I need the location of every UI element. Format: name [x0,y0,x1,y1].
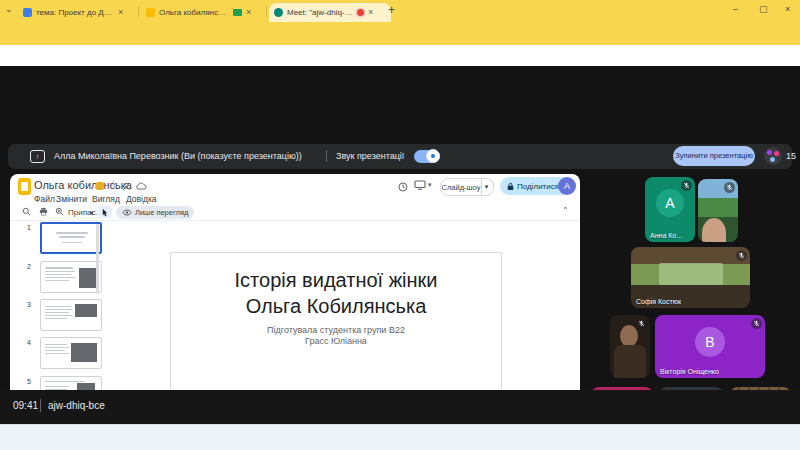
filmstrip-scrollbar[interactable] [96,224,99,294]
browser-tab-strip: ⌄ тема: Проект до Дня україн × Ольга коб… [0,0,800,22]
close-tab-icon[interactable]: × [368,8,373,17]
presentation-audio-toggle[interactable] [414,150,440,163]
tab-title: тема: Проект до Дня україн [36,8,114,17]
slide-number: 3 [27,301,31,308]
participant-video-face [702,218,726,242]
chevron-down-icon[interactable]: ▾ [90,209,93,217]
access-person-icon [122,182,131,191]
window-maximize-button[interactable]: ▢ [759,4,768,14]
mic-off-icon [724,182,735,193]
presenter-name: Алла Миколаївна Перевозник (Ви (показуєт… [54,151,322,161]
avatar: А [656,189,684,217]
document-title[interactable]: Ольга кобилянська [34,179,132,191]
tab-search-icon[interactable]: ⌄ [5,4,13,14]
participant-tile[interactable] [610,315,650,378]
tab-title: Ольга кобилянська - Goo [159,8,229,17]
bar-divider [40,399,41,412]
tab-slides[interactable]: Ольга кобилянська - Goo × [141,3,275,22]
meet-page: ↑ Алла Миколаївна Перевозник (Ви (показу… [0,66,800,424]
present-to-meeting-button[interactable]: ▾ [414,180,432,190]
view-only-label: Лише перегляд [135,208,188,217]
history-icon[interactable] [398,182,408,192]
view-only-chip[interactable]: Лише перегляд [116,206,194,219]
slide-thumbnail-3[interactable] [40,299,102,331]
meet-favicon [274,8,283,17]
meet-control-bar: 09:41 ajw-dhiq-bce ^ ^ ☺ ⋮ i [0,390,800,424]
tab-meet-active[interactable]: Meet: "ajw-dhiq-bce" × [269,3,391,22]
slideshow-dropdown[interactable]: ▾ [480,178,494,196]
participant-video-body [614,345,646,378]
mic-off-icon [751,318,762,329]
slide-number: 2 [27,263,31,270]
participant-tile[interactable]: А Анна Ко... [645,177,695,242]
mic-off-icon [736,250,747,261]
participant-count: 15 [786,151,796,161]
slideshow-button[interactable]: Слайд-шоу [440,178,482,196]
window-minimize-button[interactable]: – [733,4,738,14]
slide-title-line1: Історія видатної жінки [171,267,501,293]
slide-thumbnail-2[interactable] [40,261,102,293]
presenter-bar: ↑ Алла Миколаївна Перевозник (Ви (показу… [8,144,792,169]
window-close-button[interactable]: × [785,4,790,14]
new-tab-button[interactable]: + [388,3,395,17]
docs-favicon [23,8,32,17]
participant-name: Вікторія Оніщенко [660,368,719,375]
mic-off-icon [636,318,647,329]
presentation-audio-label: Звук презентації [336,151,404,161]
slides-favicon [146,8,155,17]
meeting-code: ajw-dhiq-bce [48,400,105,411]
slide-title-line2: Ольга Кобилянська [171,293,501,319]
slide-thumbnail-1[interactable] [40,222,102,254]
star-icon[interactable]: ☆ [109,179,117,189]
tab-docs[interactable]: тема: Проект до Дня україн × [18,3,147,22]
slide-number: 1 [27,224,31,231]
move-icon[interactable] [96,182,104,190]
participant-name: Анна Ко... [650,232,682,239]
eye-icon [122,209,132,216]
slide-subtitle-line1: Підготувала студентка групи В22 [171,325,501,336]
tab-title: Meet: "ajw-dhiq-bce" [287,8,353,17]
slides-app-icon [18,178,31,195]
share-button-label: Поділитися [517,182,559,191]
toggle-knob [426,149,440,163]
mini-avatar [767,150,772,155]
participant-tile[interactable]: В Вікторія Оніщенко [655,315,765,378]
menu-file[interactable]: Файл [34,194,55,204]
menu-view[interactable]: Вигляд [92,194,120,204]
mini-avatar [770,157,775,162]
cloud-saved-icon [135,182,147,190]
tab-divider [266,6,267,17]
avatar: В [695,327,725,357]
participant-name: Софія Костюк [636,298,681,305]
menu-edit[interactable]: Змінити [56,194,87,204]
participants-avatars-cluster[interactable] [764,147,782,165]
presenting-icon: ↑ [30,150,45,163]
account-avatar[interactable]: A [558,177,576,195]
zoom-icon[interactable] [55,207,64,216]
menu-help[interactable]: Довідка [126,194,157,204]
participant-tile[interactable] [698,179,738,242]
collapse-toolbar-icon[interactable]: ⌃ [562,206,569,215]
slide-thumbnail-4[interactable] [40,337,102,369]
close-tab-icon[interactable]: × [118,8,123,17]
participant-tile[interactable]: Софія Костюк [631,247,750,308]
presenter-bar-divider [326,150,327,162]
select-tool-icon[interactable] [98,206,112,218]
tab-casting-icon [233,9,242,16]
slides-app-icon-inner [21,182,28,191]
recording-indicator-icon [357,9,364,16]
search-icon[interactable] [22,207,31,216]
mic-off-icon [681,180,692,191]
chevron-down-icon: ▾ [428,181,432,189]
windows-taskbar: 0°C Cloudy Пошук [0,424,800,450]
participant-video-face [620,325,638,347]
stop-presenting-button[interactable]: Зупинити презентацію [673,146,755,166]
print-icon[interactable] [39,207,48,216]
browser-toolbar: ← → ↻ meet.google.com/ajw-dhiq-bce?authu… [0,22,800,45]
slide-canvas: Історія видатної жінки Ольга Кобилянська… [170,252,502,399]
tab-sharing-banner: ↑ Демонстрация с другой вкладки: docs.go… [0,45,800,67]
mini-avatar [774,151,779,156]
close-tab-icon[interactable]: × [246,8,251,17]
slide-subtitle-line2: Грасс Юліанна [171,336,501,347]
clock-text: 09:41 [13,400,38,411]
